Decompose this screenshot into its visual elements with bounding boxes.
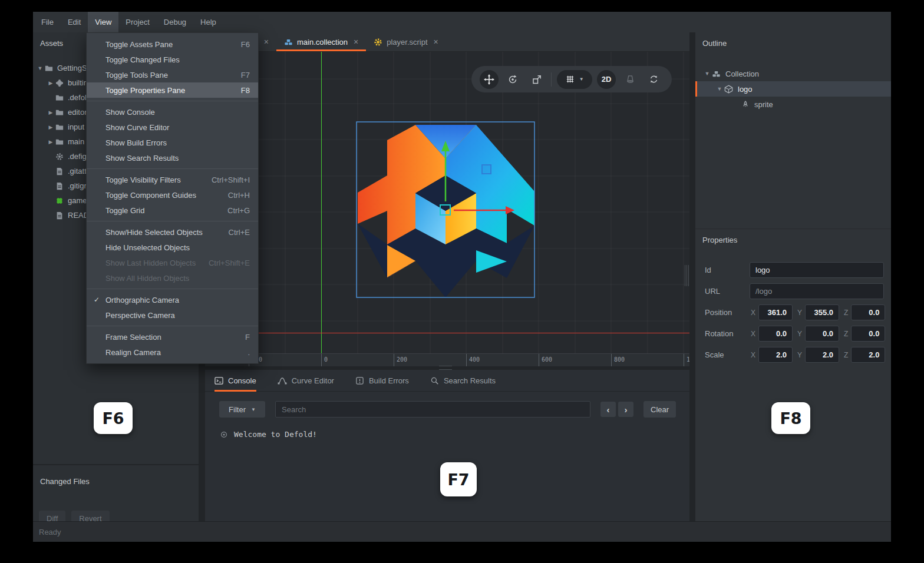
tab-build-errors[interactable]: Build Errors bbox=[355, 370, 409, 392]
check-icon: ✓ bbox=[94, 296, 100, 304]
rotation-y-field[interactable]: 0.0 bbox=[805, 326, 839, 342]
expand-arrow-icon[interactable]: ▼ bbox=[715, 86, 724, 92]
menu-item-toggle-changed-files[interactable]: Toggle Changed Files bbox=[87, 52, 258, 67]
asset-label: .defig bbox=[68, 152, 87, 161]
filter-dropdown[interactable]: Filter ▼ bbox=[219, 401, 265, 418]
properties-pane: Properties Id logo URL /logo Position X … bbox=[695, 228, 891, 363]
expand-arrow-icon[interactable]: ▶ bbox=[46, 139, 55, 145]
ruler-tick: 800 bbox=[611, 354, 625, 366]
console-search-input[interactable] bbox=[275, 401, 590, 418]
menu-item-realign-camera[interactable]: Realign Camera. bbox=[87, 345, 258, 360]
close-icon[interactable]: × bbox=[264, 37, 269, 47]
menu-item-toggle-assets-pane[interactable]: Toggle Assets PaneF6 bbox=[87, 37, 258, 52]
position-z-field[interactable]: 0.0 bbox=[851, 304, 885, 320]
2d-mode-button[interactable]: 2D bbox=[597, 70, 616, 89]
outline-label: logo bbox=[738, 85, 753, 94]
position-y-field[interactable]: 355.0 bbox=[805, 304, 839, 320]
console-log-line: Welcome to Defold! bbox=[220, 430, 689, 439]
prev-match-button[interactable]: ‹ bbox=[600, 402, 616, 417]
menu-item-orthographic-camera[interactable]: ✓Orthographic Camera bbox=[87, 292, 258, 307]
tab-search-results[interactable]: Search Results bbox=[430, 370, 496, 392]
f8-key-badge: F8 bbox=[771, 402, 810, 434]
asset-label: main bbox=[68, 137, 84, 146]
url-field[interactable]: /logo bbox=[750, 283, 884, 299]
cube-icon bbox=[724, 85, 733, 94]
tab-console[interactable]: Console bbox=[214, 370, 256, 392]
right-pane: Outline ▼ Collection ▼ logo sprite Prope… bbox=[695, 32, 891, 521]
scene-viewport[interactable]: ▼ 2D 200 0 200 400 600 800 1000 bbox=[205, 52, 689, 366]
tab-label: Build Errors bbox=[369, 376, 409, 385]
expand-arrow-icon[interactable]: ▶ bbox=[46, 124, 55, 130]
frustum-icon bbox=[625, 74, 635, 84]
tab-main-collection[interactable]: main.collection × bbox=[276, 32, 366, 51]
id-field[interactable]: logo bbox=[750, 262, 884, 278]
menu-edit[interactable]: Edit bbox=[61, 12, 88, 32]
move-tool-button[interactable] bbox=[480, 70, 499, 89]
menu-file[interactable]: File bbox=[34, 12, 61, 32]
menu-item-toggle-tools-pane[interactable]: Toggle Tools PaneF7 bbox=[87, 67, 258, 82]
grid-icon bbox=[565, 74, 575, 84]
outline-row-collection[interactable]: ▼ Collection bbox=[695, 66, 891, 81]
menu-item-toggle-visibility-filters[interactable]: Toggle Visibility FiltersCtrl+Shift+I bbox=[87, 172, 258, 187]
axis-z-label: Z bbox=[844, 309, 848, 317]
menu-item-show-all-hidden[interactable]: Show All Hidden Objects bbox=[87, 270, 258, 286]
expand-arrow-icon[interactable]: ▶ bbox=[46, 80, 55, 86]
menu-item-show-hide-selected[interactable]: Show/Hide Selected ObjectsCtrl+E bbox=[87, 224, 258, 240]
scale-x-field[interactable]: 2.0 bbox=[758, 347, 793, 363]
menu-view[interactable]: View bbox=[88, 12, 118, 32]
menu-item-perspective-camera[interactable]: Perspective Camera bbox=[87, 307, 258, 323]
menu-item-toggle-component-guides[interactable]: Toggle Component GuidesCtrl+H bbox=[87, 187, 258, 203]
menu-item-toggle-grid[interactable]: Toggle GridCtrl+G bbox=[87, 203, 258, 218]
axis-x-label: X bbox=[751, 309, 755, 317]
terminal-icon bbox=[214, 376, 223, 385]
close-icon[interactable]: × bbox=[434, 37, 438, 47]
rotation-x-field[interactable]: 0.0 bbox=[758, 326, 793, 342]
scale-z-field[interactable]: 2.0 bbox=[851, 347, 885, 363]
outline-row-logo-selected[interactable]: ▼ logo bbox=[695, 81, 891, 97]
selected-sprite-logo[interactable] bbox=[348, 115, 542, 303]
menu-item-hide-unselected[interactable]: Hide Unselected Objects bbox=[87, 240, 258, 255]
frustum-culling-button[interactable] bbox=[621, 70, 640, 89]
horizontal-splitter-handle[interactable] bbox=[439, 366, 452, 370]
menu-item-show-console[interactable]: Show Console bbox=[87, 104, 258, 120]
rotate-tool-button[interactable] bbox=[503, 70, 522, 89]
next-match-button[interactable]: › bbox=[618, 402, 633, 417]
tab-player-script[interactable]: player.script × bbox=[366, 32, 446, 51]
scale-tool-button[interactable] bbox=[527, 70, 546, 89]
tab-curve-editor[interactable]: Curve Editor bbox=[278, 370, 334, 392]
position-x-field[interactable]: 361.0 bbox=[758, 304, 793, 320]
collection-icon bbox=[284, 38, 293, 47]
vertical-splitter-handle[interactable] bbox=[685, 265, 691, 286]
menu-item-show-search-results[interactable]: Show Search Results bbox=[87, 150, 258, 165]
menu-item-frame-selection[interactable]: Frame SelectionF bbox=[87, 329, 258, 345]
menu-help[interactable]: Help bbox=[193, 12, 223, 32]
folder-icon bbox=[45, 64, 53, 72]
menu-debug[interactable]: Debug bbox=[157, 12, 193, 32]
menu-item-show-last-hidden[interactable]: Show Last Hidden ObjectsCtrl+Shift+E bbox=[87, 255, 258, 270]
outline-row-sprite[interactable]: sprite bbox=[695, 97, 891, 112]
x-axis-line bbox=[205, 333, 689, 333]
menu-item-show-curve-editor[interactable]: Show Curve Editor bbox=[87, 120, 258, 135]
asset-label: input bbox=[68, 122, 84, 131]
close-icon[interactable]: × bbox=[354, 37, 358, 47]
tab-label: Search Results bbox=[444, 376, 496, 385]
scale-y-field[interactable]: 2.0 bbox=[805, 347, 839, 363]
grid-toggle-button[interactable]: ▼ bbox=[557, 70, 592, 89]
horizontal-ruler: 200 0 200 400 600 800 1000 bbox=[205, 353, 689, 366]
scene-toolbar: ▼ 2D bbox=[471, 66, 672, 92]
rotation-z-field[interactable]: 0.0 bbox=[851, 326, 885, 342]
asset-label: editor bbox=[68, 108, 87, 117]
clear-console-button[interactable]: Clear bbox=[644, 401, 676, 418]
menu-item-show-build-errors[interactable]: Show Build Errors bbox=[87, 135, 258, 150]
tab-label: Console bbox=[228, 376, 256, 385]
expand-arrow-icon[interactable]: ▶ bbox=[46, 110, 55, 115]
reload-resources-button[interactable] bbox=[645, 70, 664, 89]
menu-project[interactable]: Project bbox=[118, 12, 156, 32]
anchor-handle[interactable] bbox=[482, 165, 491, 174]
menu-item-toggle-properties-pane[interactable]: Toggle Properties PaneF8 bbox=[87, 82, 258, 98]
expand-arrow-icon[interactable]: ▼ bbox=[35, 65, 45, 71]
position-label: Position bbox=[705, 308, 750, 317]
position-x-value: 361.0 bbox=[767, 308, 787, 317]
expand-arrow-icon[interactable]: ▼ bbox=[702, 71, 712, 77]
folder-icon bbox=[55, 108, 64, 117]
